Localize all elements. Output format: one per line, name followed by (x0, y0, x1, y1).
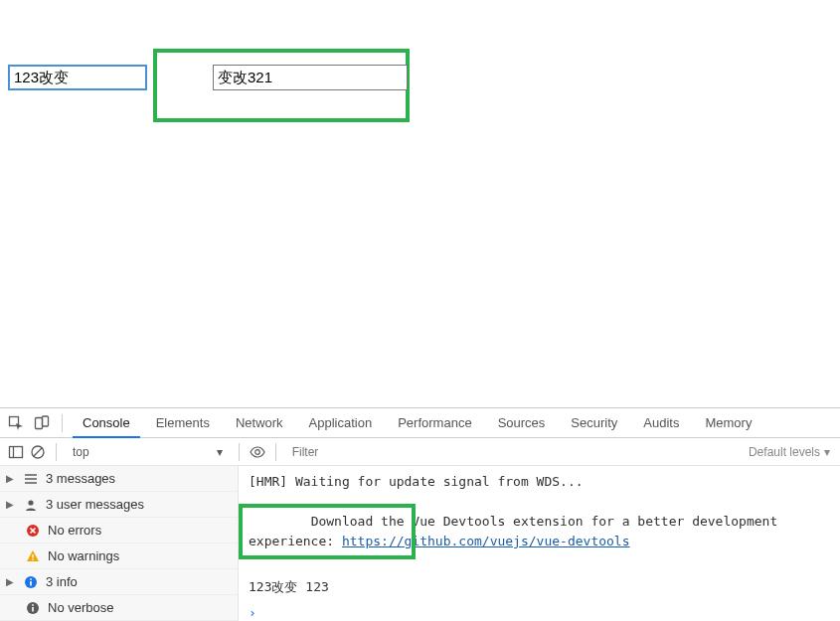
devtools-body: ▶ 3 messages ▶ 3 user messages No errors… (0, 466, 840, 621)
chevron-down-icon: ▾ (217, 445, 223, 459)
info-icon (24, 575, 38, 589)
verbose-icon (26, 601, 40, 615)
console-output: [HMR] Waiting for update signal from WDS… (239, 466, 840, 621)
clear-console-icon[interactable] (30, 444, 46, 460)
messages-icon (24, 472, 38, 486)
log-levels-selector[interactable]: Default levels ▾ (749, 445, 840, 459)
page-viewport (0, 0, 840, 407)
svg-rect-19 (32, 607, 34, 612)
chevron-down-icon: ▾ (824, 445, 830, 459)
sidebar-item-info[interactable]: ▶ 3 info (0, 569, 238, 595)
filter-input[interactable] (286, 441, 743, 463)
sidebar-item-label: No warnings (48, 548, 119, 563)
sidebar-item-user-messages[interactable]: ▶ 3 user messages (0, 492, 238, 518)
tab-console[interactable]: Console (73, 408, 140, 438)
devtools-tabs-bar: Console Elements Network Application Per… (0, 408, 840, 438)
error-icon (26, 524, 40, 538)
console-toolbar: top ▾ Default levels ▾ (0, 438, 840, 466)
svg-rect-3 (10, 446, 23, 457)
svg-point-7 (254, 449, 259, 454)
input-b[interactable] (213, 65, 408, 90)
divider (56, 443, 57, 461)
user-icon (24, 498, 38, 512)
divider (275, 443, 276, 461)
tab-network[interactable]: Network (226, 408, 293, 438)
sidebar-item-errors[interactable]: No errors (0, 518, 238, 543)
sidebar-item-label: No verbose (48, 600, 113, 615)
svg-rect-20 (32, 604, 34, 606)
console-log-line: [HMR] Waiting for update signal from WDS… (249, 472, 830, 492)
console-sidebar: ▶ 3 messages ▶ 3 user messages No errors… (0, 466, 239, 621)
chevron-right-icon: ▶ (6, 576, 16, 587)
tab-performance[interactable]: Performance (388, 408, 481, 438)
chevron-right-icon: ▶ (6, 499, 16, 510)
svg-point-11 (28, 500, 33, 505)
context-selector[interactable]: top ▾ (67, 445, 229, 459)
sidebar-item-warnings[interactable]: No warnings (0, 543, 238, 569)
highlight-box-top (153, 49, 410, 122)
svg-rect-16 (30, 581, 32, 586)
svg-rect-14 (32, 558, 33, 559)
warning-icon (26, 549, 40, 563)
sidebar-item-verbose[interactable]: No verbose (0, 595, 238, 621)
svg-rect-13 (32, 554, 33, 558)
console-prompt[interactable]: › (249, 603, 830, 621)
context-label: top (73, 445, 89, 459)
sidebar-item-label: 3 user messages (46, 497, 144, 512)
sidebar-item-messages[interactable]: ▶ 3 messages (0, 466, 238, 492)
console-link[interactable]: https://github.com/vuejs/vue-devtools (342, 534, 630, 548)
sidebar-item-label: 3 messages (46, 471, 115, 486)
console-log-line: 123改变 123 (249, 577, 830, 597)
inspect-element-icon[interactable] (6, 413, 26, 433)
tab-security[interactable]: Security (561, 408, 627, 438)
input-a[interactable] (8, 65, 147, 90)
devtools-panel: Console Elements Network Application Per… (0, 407, 840, 621)
inputs-row (8, 65, 832, 138)
svg-rect-1 (36, 417, 43, 428)
tab-audits[interactable]: Audits (633, 408, 689, 438)
tab-memory[interactable]: Memory (695, 408, 761, 438)
toggle-device-icon[interactable] (32, 413, 52, 433)
tab-sources[interactable]: Sources (488, 408, 556, 438)
svg-rect-17 (30, 578, 32, 580)
svg-line-6 (34, 447, 43, 456)
chevron-right-icon: ▶ (6, 473, 16, 484)
console-log-line: Download the Vue Devtools extension for … (249, 492, 830, 571)
svg-rect-2 (43, 416, 49, 426)
divider (239, 443, 240, 461)
levels-label: Default levels (749, 445, 820, 459)
eye-icon[interactable] (250, 444, 265, 460)
toggle-sidebar-icon[interactable] (8, 444, 24, 460)
tab-application[interactable]: Application (299, 408, 383, 438)
tab-elements[interactable]: Elements (146, 408, 220, 438)
sidebar-item-label: No errors (48, 523, 101, 538)
divider (62, 414, 63, 432)
prompt-caret-icon: › (249, 605, 260, 620)
sidebar-item-label: 3 info (46, 574, 78, 589)
